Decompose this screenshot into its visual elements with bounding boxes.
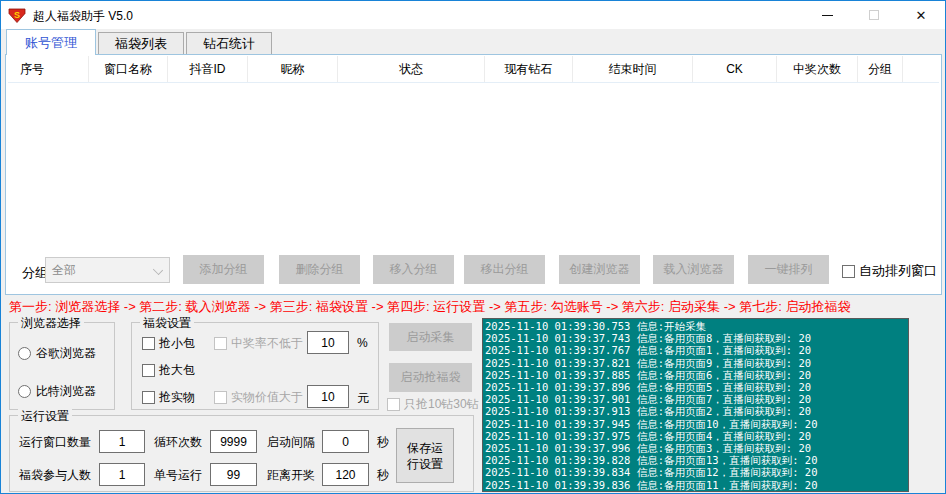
chevron-down-icon — [153, 265, 163, 275]
checkbox-box-icon — [142, 391, 155, 404]
log-line: 2025-11-10 01:39:37.913 信息:备用页面2，直播间获取到:… — [485, 405, 906, 417]
checkbox-box-icon — [214, 337, 227, 350]
distance-draw-unit: 秒 — [377, 467, 389, 484]
add-group-button[interactable]: 添加分组 — [183, 255, 264, 284]
luckybag-settings-title: 福袋设置 — [140, 315, 194, 332]
single-run-input[interactable] — [210, 463, 257, 486]
minimize-button[interactable] — [804, 1, 850, 29]
title-bar: S 超人福袋助手 V5.0 ✕ — [1, 1, 945, 29]
participants-input[interactable] — [99, 463, 145, 486]
checkbox-box-icon — [142, 337, 155, 350]
save-run-settings-button[interactable]: 保存运行设置 — [396, 428, 454, 483]
checkbox-box-icon — [142, 364, 155, 377]
win-rate-checkbox[interactable]: 中奖率不低于 — [214, 335, 303, 352]
group-bar: 分组 全部 添加分组 删除分组 移入分组 移出分组 创建浏览器 载入浏览器 一键… — [6, 251, 941, 294]
column-header-status[interactable]: 状态 — [338, 56, 485, 82]
auto-arrange-label: 自动排列窗口 — [859, 262, 937, 280]
loop-count-input[interactable] — [210, 430, 257, 453]
win-rate-label: 中奖率不低于 — [231, 335, 303, 352]
app-window: S 超人福袋助手 V5.0 ✕ 账号管理 福袋列表 钻石统计 序号 窗口名称 抖… — [0, 0, 946, 494]
app-logo-icon: S — [8, 6, 26, 24]
move-out-group-button[interactable]: 移出分组 — [464, 255, 545, 284]
log-line: 2025-11-10 01:39:37.945 信息:备用页面10，直播间获取到… — [485, 418, 906, 430]
only-10-30-label: 只抢10钻30钻 — [404, 396, 479, 413]
radio-circle-icon — [18, 347, 31, 360]
log-line: 2025-11-10 01:39:30.753 信息:开始采集 — [485, 320, 906, 332]
column-header-diamonds[interactable]: 现有钻石 — [485, 56, 573, 82]
minimize-icon — [822, 15, 833, 16]
grab-physical-label: 抢实物 — [159, 389, 195, 406]
item-value-checkbox[interactable]: 实物价值大于 — [214, 389, 303, 406]
column-header-index[interactable]: 序号 — [8, 56, 89, 82]
checkbox-box-icon — [842, 265, 855, 278]
column-header-nickname[interactable]: 昵称 — [248, 56, 338, 82]
one-key-arrange-button[interactable]: 一键排列 — [748, 255, 829, 284]
win-rate-input[interactable] — [307, 331, 349, 354]
log-line: 2025-11-10 01:39:39.834 信息:备用页面12，直播间获取到… — [485, 466, 906, 478]
distance-draw-input[interactable] — [322, 463, 369, 486]
log-line: 2025-11-10 01:39:37.896 信息:备用页面5，直播间获取到:… — [485, 381, 906, 393]
close-icon: ✕ — [916, 9, 927, 22]
auto-arrange-checkbox[interactable]: 自动排列窗口 — [842, 262, 937, 280]
radio-bit-browser[interactable]: 比特浏览器 — [18, 383, 96, 400]
column-header-douyin-id[interactable]: 抖音ID — [168, 56, 248, 82]
distance-draw-label: 距离开奖 — [267, 467, 315, 484]
create-browser-button[interactable]: 创建浏览器 — [559, 255, 640, 284]
table-header: 序号 窗口名称 抖音ID 昵称 状态 现有钻石 结束时间 CK 中奖次数 分组 — [8, 56, 939, 83]
log-line: 2025-11-10 01:39:39.836 信息:备用页面11，直播间获取到… — [485, 479, 906, 491]
column-header-group[interactable]: 分组 — [858, 56, 903, 82]
browser-select-groupbox: 浏览器选择 谷歌浏览器 比特浏览器 — [9, 322, 115, 410]
column-header-win-count[interactable]: 中奖次数 — [777, 56, 858, 82]
log-line: 2025-11-10 01:39:37.901 信息:备用页面7，直播间获取到:… — [485, 393, 906, 405]
column-header-window-name[interactable]: 窗口名称 — [89, 56, 168, 82]
log-console[interactable]: 2025-11-10 01:39:30.753 信息:开始采集 2025-11-… — [482, 318, 909, 492]
svg-text:S: S — [14, 10, 20, 20]
run-window-count-input[interactable] — [99, 430, 145, 453]
radio-bit-label: 比特浏览器 — [36, 383, 96, 400]
column-header-end-time[interactable]: 结束时间 — [573, 56, 693, 82]
grab-small-checkbox[interactable]: 抢小包 — [142, 335, 195, 352]
item-value-unit: 元 — [357, 390, 369, 407]
checkbox-box-icon — [214, 391, 227, 404]
log-line: 2025-11-10 01:39:37.743 信息:备用页面8，直播间获取到:… — [485, 332, 906, 344]
start-grab-button[interactable]: 启动抢福袋 — [389, 363, 472, 392]
tab-luckybag-list[interactable]: 福袋列表 — [98, 32, 184, 54]
column-header-ck[interactable]: CK — [693, 56, 777, 82]
browser-select-title: 浏览器选择 — [18, 315, 84, 332]
tab-diamond-stats[interactable]: 钻石统计 — [186, 32, 272, 54]
move-into-group-button[interactable]: 移入分组 — [373, 255, 454, 284]
grab-small-label: 抢小包 — [159, 335, 195, 352]
luckybag-settings-groupbox: 福袋设置 抢小包 抢大包 抢实物 中奖率不低于 % 实物价值大于 元 — [131, 322, 379, 410]
log-line: 2025-11-10 01:39:37.767 信息:备用页面1，直播间获取到:… — [485, 344, 906, 356]
load-browser-button[interactable]: 载入浏览器 — [653, 255, 734, 284]
maximize-button — [851, 1, 897, 29]
run-settings-title: 运行设置 — [18, 408, 72, 425]
grab-physical-checkbox[interactable]: 抢实物 — [142, 389, 195, 406]
participants-label: 福袋参与人数 — [19, 467, 91, 484]
item-value-input[interactable] — [307, 385, 349, 408]
start-interval-input[interactable] — [322, 430, 369, 453]
close-button[interactable]: ✕ — [898, 1, 944, 29]
log-line: 2025-11-10 01:39:37.975 信息:备用页面4，直播间获取到:… — [485, 430, 906, 442]
maximize-icon — [869, 10, 879, 20]
group-dropdown[interactable]: 全部 — [45, 257, 170, 283]
start-collect-button[interactable]: 启动采集 — [389, 323, 472, 351]
radio-chrome-browser[interactable]: 谷歌浏览器 — [18, 345, 96, 362]
steps-guide-text: 第一步: 浏览器选择 -> 第二步: 载入浏览器 -> 第三步: 福袋设置 ->… — [9, 298, 850, 316]
grab-big-checkbox[interactable]: 抢大包 — [142, 362, 195, 379]
log-line: 2025-11-10 01:39:37.821 信息:备用页面9，直播间获取到:… — [485, 357, 906, 369]
only-10-30-checkbox[interactable]: 只抢10钻30钻 — [387, 396, 479, 413]
column-header-filler — [903, 56, 939, 82]
start-interval-unit: 秒 — [377, 434, 389, 451]
single-run-label: 单号运行 — [154, 467, 202, 484]
win-rate-unit: % — [357, 336, 368, 350]
checkbox-box-icon — [387, 398, 400, 411]
run-window-count-label: 运行窗口数量 — [19, 434, 91, 451]
start-interval-label: 启动间隔 — [267, 434, 315, 451]
table-body[interactable] — [8, 83, 939, 250]
log-line: 2025-11-10 01:39:39.828 信息:备用页面13，直播间获取到… — [485, 454, 906, 466]
window-title: 超人福袋助手 V5.0 — [33, 8, 133, 25]
tab-account-management[interactable]: 账号管理 — [6, 29, 96, 55]
radio-chrome-label: 谷歌浏览器 — [36, 345, 96, 362]
delete-group-button[interactable]: 删除分组 — [279, 255, 360, 284]
